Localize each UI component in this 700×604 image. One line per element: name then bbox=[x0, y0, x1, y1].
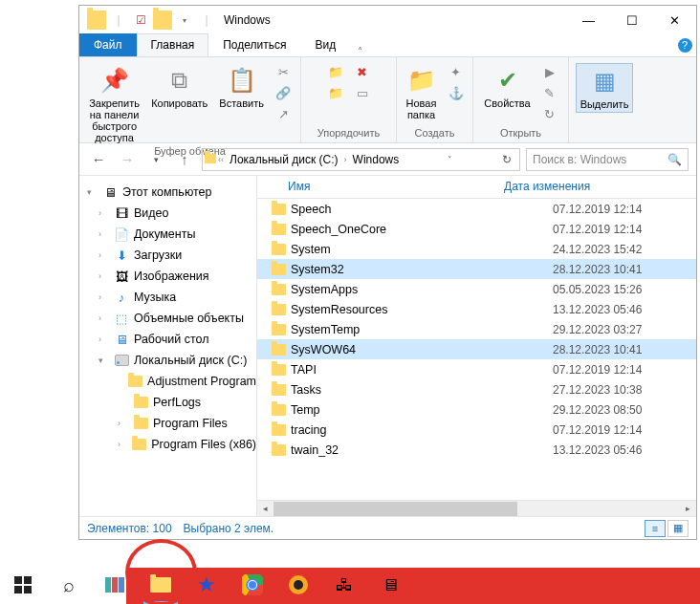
file-row[interactable]: SysWOW6428.12.2023 10:41 bbox=[257, 339, 696, 359]
tree-downloads[interactable]: ›⬇Загрузки bbox=[79, 245, 256, 266]
explorer-taskbar-button[interactable] bbox=[138, 566, 184, 604]
app-remote-button[interactable]: 🖥 bbox=[367, 566, 413, 604]
help-button[interactable]: ? bbox=[673, 33, 696, 56]
app-network-button[interactable]: 🖧 bbox=[321, 566, 367, 604]
svg-rect-5 bbox=[112, 577, 118, 593]
tree-this-pc[interactable]: ▾🖥Этот компьютер bbox=[79, 182, 256, 203]
file-name: Temp bbox=[291, 403, 553, 417]
tree-videos[interactable]: ›🎞Видео bbox=[79, 203, 256, 224]
aimp-button[interactable] bbox=[275, 566, 321, 604]
tree-music[interactable]: ›♪Музыка bbox=[79, 287, 256, 308]
new-item-icon: ✦ bbox=[448, 65, 464, 80]
chevron-right-icon[interactable]: › bbox=[342, 155, 349, 164]
horizontal-scrollbar[interactable]: ◂ ▸ bbox=[257, 500, 696, 516]
tree-perflogs[interactable]: PerfLogs bbox=[79, 392, 256, 413]
minimize-button[interactable]: — bbox=[567, 6, 610, 34]
refresh-button[interactable]: ↻ bbox=[496, 153, 517, 166]
file-date: 28.12.2023 10:41 bbox=[553, 263, 696, 276]
file-row[interactable]: SystemApps05.05.2023 15:26 bbox=[257, 279, 696, 299]
breadcrumb-windows[interactable]: Windows bbox=[349, 153, 404, 166]
open-button[interactable]: ▶ bbox=[538, 63, 561, 82]
col-name[interactable]: Имя bbox=[257, 176, 496, 198]
back-button[interactable]: ← bbox=[87, 148, 110, 171]
chevron-right-icon[interactable]: ‹‹ bbox=[216, 155, 226, 164]
qat-folder-icon[interactable] bbox=[153, 11, 172, 30]
copy-button[interactable]: ⧉ Копировать bbox=[147, 63, 211, 111]
file-row[interactable]: Temp29.12.2023 08:50 bbox=[257, 399, 696, 420]
recent-dropdown[interactable]: ▾ bbox=[144, 148, 167, 171]
maximize-button[interactable]: ☐ bbox=[610, 6, 653, 34]
scroll-right-icon[interactable]: ▸ bbox=[680, 501, 696, 516]
qat-checkbox-icon[interactable]: ☑ bbox=[131, 11, 150, 30]
delete-button[interactable]: ✖ bbox=[351, 63, 374, 82]
qat-separator: | bbox=[197, 11, 216, 30]
qat-dropdown-icon[interactable]: ▾ bbox=[175, 11, 194, 30]
file-row[interactable]: Tasks27.12.2023 10:38 bbox=[257, 379, 696, 399]
folder-icon bbox=[271, 402, 286, 418]
file-row[interactable]: twain_3213.12.2023 05:46 bbox=[257, 440, 696, 460]
file-row[interactable]: System3228.12.2023 10:41 bbox=[257, 259, 696, 279]
address-bar[interactable]: ‹‹ Локальный диск (C:) › Windows ˅ ↻ bbox=[202, 148, 520, 171]
move-to-button[interactable]: 📁 bbox=[324, 63, 347, 82]
details-view-button[interactable]: ≡ bbox=[645, 520, 666, 537]
chrome-button[interactable] bbox=[230, 566, 275, 604]
cut-button[interactable]: ✂ bbox=[272, 63, 295, 82]
tree-program-files[interactable]: ›Program Files bbox=[79, 413, 256, 434]
tab-share[interactable]: Поделиться bbox=[208, 33, 300, 56]
paste-shortcut-button[interactable]: ↗ bbox=[272, 105, 295, 124]
new-folder-button[interactable]: 📁 Новая папка bbox=[403, 63, 441, 122]
document-icon: 📄 bbox=[114, 226, 129, 242]
cube-icon: ⬚ bbox=[114, 311, 129, 326]
tree-3d-objects[interactable]: ›⬚Объемные объекты bbox=[79, 308, 256, 329]
tab-view[interactable]: Вид bbox=[300, 33, 350, 56]
tree-program-files-x86[interactable]: ›Program Files (x86) bbox=[79, 434, 256, 455]
app-star-button[interactable]: ★ bbox=[184, 566, 230, 604]
easy-access-button[interactable]: ⚓ bbox=[445, 84, 468, 103]
file-row[interactable]: SystemResources13.12.2023 05:46 bbox=[257, 299, 696, 319]
file-date: 24.12.2023 15:42 bbox=[553, 243, 696, 256]
search-icon: 🔍 bbox=[667, 153, 682, 166]
tab-file[interactable]: Файл bbox=[79, 33, 137, 56]
file-row[interactable]: tracing07.12.2019 12:14 bbox=[257, 420, 696, 440]
rename-button[interactable]: ▭ bbox=[351, 84, 374, 103]
breadcrumb-disk[interactable]: Локальный диск (C:) bbox=[226, 153, 342, 166]
tab-home[interactable]: Главная bbox=[137, 33, 209, 56]
file-row[interactable]: System24.12.2023 15:42 bbox=[257, 239, 696, 259]
tree-local-disk[interactable]: ▾Локальный диск (C:) bbox=[79, 350, 256, 371]
cut-icon: ✂ bbox=[275, 65, 291, 80]
tree-pictures[interactable]: ›🖼Изображения bbox=[79, 266, 256, 287]
scroll-left-icon[interactable]: ◂ bbox=[257, 501, 273, 516]
file-row[interactable]: TAPI07.12.2019 12:14 bbox=[257, 359, 696, 379]
search-button[interactable]: ⌕ bbox=[46, 566, 92, 604]
copy-to-button[interactable]: 📁 bbox=[324, 84, 347, 103]
tree-adjustment-program[interactable]: Adjustment Program bbox=[79, 371, 256, 392]
new-item-button[interactable]: ✦ bbox=[445, 63, 468, 82]
file-row[interactable]: SystemTemp29.12.2023 03:27 bbox=[257, 319, 696, 339]
task-view-button[interactable] bbox=[92, 566, 138, 604]
properties-button[interactable]: ✔ Свойства bbox=[480, 63, 534, 111]
start-button[interactable] bbox=[0, 566, 46, 604]
up-button[interactable]: ↑ bbox=[173, 148, 196, 171]
tree-documents[interactable]: ›📄Документы bbox=[79, 224, 256, 245]
search-input[interactable]: Поиск в: Windows 🔍 bbox=[526, 148, 689, 171]
history-button[interactable]: ↻ bbox=[538, 105, 561, 124]
edit-button[interactable]: ✎ bbox=[538, 84, 561, 103]
forward-button[interactable]: → bbox=[116, 148, 139, 171]
address-dropdown-icon[interactable]: ˅ bbox=[442, 155, 458, 164]
music-icon: ♪ bbox=[114, 290, 129, 305]
file-row[interactable]: Speech07.12.2019 12:14 bbox=[257, 199, 696, 219]
copy-path-button[interactable]: 🔗 bbox=[272, 84, 295, 103]
ribbon-collapse-icon[interactable]: ˄ bbox=[350, 46, 369, 56]
pin-button[interactable]: 📌 Закрепить на панели быстрого доступа bbox=[85, 63, 143, 145]
file-row[interactable]: Speech_OneCore07.12.2019 12:14 bbox=[257, 219, 696, 239]
file-date: 07.12.2019 12:14 bbox=[553, 203, 696, 216]
col-date[interactable]: Дата изменения bbox=[496, 176, 599, 198]
close-button[interactable]: ✕ bbox=[653, 6, 696, 34]
file-date: 28.12.2023 10:41 bbox=[553, 343, 696, 356]
icons-view-button[interactable]: ▦ bbox=[667, 520, 689, 537]
paste-button[interactable]: 📋 Вставить bbox=[215, 63, 268, 111]
open-icon: ▶ bbox=[542, 65, 558, 80]
explorer-window: | ☑ ▾ | Windows — ☐ ✕ Файл Главная Подел… bbox=[78, 5, 697, 540]
tree-desktop[interactable]: ›🖥Рабочий стол bbox=[79, 329, 256, 350]
select-button[interactable]: ▦ Выделить bbox=[576, 63, 634, 113]
